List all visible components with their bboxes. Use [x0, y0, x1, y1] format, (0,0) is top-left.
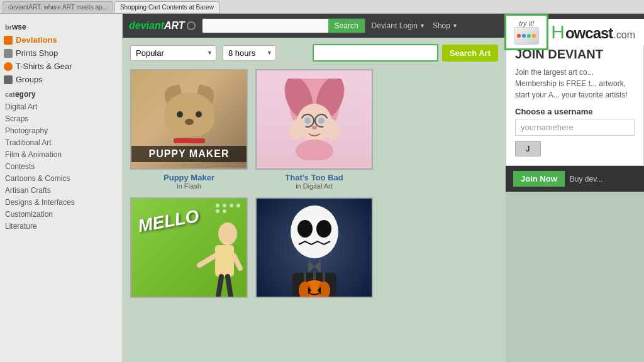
sidebar-item-tshirts[interactable]: T-Shirts & Gear [0, 60, 122, 73]
nav-links: Deviant Login ▼ Shop ▼ [372, 21, 458, 30]
time-filter-wrap: 8 hours 24 hours 1 week 1 month All Time [223, 45, 276, 61]
svg-line-17 [228, 277, 231, 297]
buy-deviant-link[interactable]: Buy dev... [570, 175, 602, 184]
svg-line-16 [218, 277, 221, 297]
art-thumb-empty [380, 69, 498, 170]
howcast-try-section: try it! [514, 19, 539, 45]
svg-point-9 [296, 140, 333, 160]
puppy-body [161, 80, 218, 130]
svg-point-20 [316, 220, 331, 238]
svg-line-14 [199, 256, 215, 265]
join-submit-button[interactable]: J [515, 141, 541, 156]
deviant-login-link[interactable]: Deviant Login ▼ [372, 21, 425, 30]
art-item-jack [255, 197, 373, 298]
art-item-puppy: PUPPY MAKER Puppy Maker in Flash [130, 69, 248, 190]
browse-label: Brwse [0, 19, 122, 33]
mello-figure-svg [193, 221, 243, 297]
svg-line-15 [234, 256, 240, 268]
join-text: Join the largest art co... Membership is… [515, 67, 635, 101]
tab-1[interactable]: deviantART: where ART meets ap... [3, 1, 113, 13]
character-svg [280, 79, 349, 160]
sidebar-item-groups[interactable]: Groups [0, 73, 122, 86]
jack-svg [270, 197, 358, 298]
svg-point-18 [291, 206, 338, 258]
cat-customization[interactable]: Customization [0, 208, 122, 220]
cat-designs[interactable]: Designs & Interfaces [0, 196, 122, 208]
puppy-head [164, 92, 214, 136]
green-dot [527, 34, 531, 38]
cat-film-animation[interactable]: Film & Animation [0, 148, 122, 160]
puppy-eye-right [196, 111, 202, 118]
art-thumb-mello[interactable]: MELLO [130, 197, 248, 298]
logo-circle-icon [187, 21, 196, 30]
art-item-character: That's Too Bad in Digital Art [255, 69, 373, 190]
cat-scraps[interactable]: Scraps [0, 112, 122, 124]
svg-point-8 [312, 126, 317, 129]
search-art-button[interactable]: Search Art [442, 45, 498, 62]
search-button[interactable]: Search [328, 19, 365, 33]
sort-filter-wrap: Popular Newest Most Commented [130, 45, 216, 61]
howcast-h-letter: H [551, 21, 565, 43]
howcast-logo-text: owcast [565, 25, 613, 42]
search-art-bar: 🔍 Search Art [313, 44, 498, 62]
cat-contests[interactable]: Contests [0, 160, 122, 172]
right-column: JOIN DEVIANT Join the largest art co... … [506, 38, 644, 362]
try-icon [514, 27, 539, 45]
topbar: deviantART Search Deviant Login ▼ Shop ▼ [123, 14, 644, 38]
time-select[interactable]: 8 hours 24 hours 1 week 1 month All Time [223, 45, 276, 61]
chevron-icon: ▼ [419, 23, 425, 29]
cat-traditional-art[interactable]: Traditional Art [0, 136, 122, 148]
join-panel: JOIN DEVIANT Join the largest art co... … [506, 38, 644, 166]
art-item-empty [380, 69, 498, 190]
groups-icon [4, 75, 13, 84]
svg-marker-22 [314, 260, 321, 273]
shop-chevron-icon: ▼ [452, 23, 458, 29]
puppy-eye-left [177, 111, 183, 118]
blue-dot [522, 34, 526, 38]
howcast-logo-area: H owcast .com [548, 19, 644, 45]
search-bar[interactable]: Search [202, 18, 365, 33]
art-subtitle-character: in Digital Art [296, 182, 333, 190]
svg-point-19 [297, 220, 313, 238]
art-subtitle-puppy: in Flash [177, 182, 201, 190]
art-thumb-character[interactable] [255, 69, 373, 170]
tab-2[interactable]: Shopping Cart Contents at Barew [114, 1, 219, 13]
search-art-wrap: 🔍 [313, 44, 438, 62]
yellow-dot [532, 34, 536, 38]
filter-bar: Popular Newest Most Commented 8 hours 24… [130, 44, 498, 62]
sidebar-item-deviations[interactable]: Deviations [0, 33, 122, 47]
mello-text: MELLO [136, 206, 201, 237]
cat-cartoons[interactable]: Cartoons & Comics [0, 172, 122, 184]
category-label: Category [0, 86, 122, 101]
pattern-dots [216, 204, 242, 213]
art-title-puppy: Puppy Maker [164, 173, 214, 182]
search-art-input[interactable] [313, 44, 438, 62]
username-label: Choose a username [515, 107, 635, 116]
art-title-character: That's Too Bad [285, 173, 343, 182]
art-thumb-puppy[interactable]: PUPPY MAKER [130, 69, 248, 170]
center-content: Popular Newest Most Commented 8 hours 24… [123, 38, 506, 362]
cat-digital-art[interactable]: Digital Art [0, 101, 122, 112]
sidebar-item-prints[interactable]: Prints Shop [0, 47, 122, 60]
sort-select[interactable]: Popular Newest Most Commented [130, 45, 216, 61]
cat-literature[interactable]: Literature [0, 220, 122, 232]
art-item-mello: MELLO [130, 197, 248, 298]
red-dot [517, 34, 521, 38]
art-grid: PUPPY MAKER Puppy Maker in Flash [130, 69, 498, 298]
deviations-icon [4, 36, 13, 45]
puppy-nose [185, 119, 194, 125]
cat-photography[interactable]: Photography [0, 124, 122, 136]
howcast-box: try it! [504, 14, 548, 50]
prints-icon [4, 49, 13, 58]
art-thumb-jack[interactable] [255, 197, 373, 298]
howcast-com-text: .com [613, 30, 635, 41]
cat-artisan[interactable]: Artisan Crafts [0, 184, 122, 196]
join-now-button[interactable]: Join Now [513, 171, 565, 187]
search-input[interactable] [203, 19, 328, 33]
logo: deviantART [129, 20, 196, 31]
puppy-maker-text: PUPPY MAKER [131, 146, 247, 162]
svg-marker-21 [308, 260, 314, 273]
join-bottom-bar: Join Now Buy dev... [506, 166, 644, 192]
shop-link[interactable]: Shop ▼ [433, 21, 458, 30]
username-input[interactable] [515, 119, 635, 136]
